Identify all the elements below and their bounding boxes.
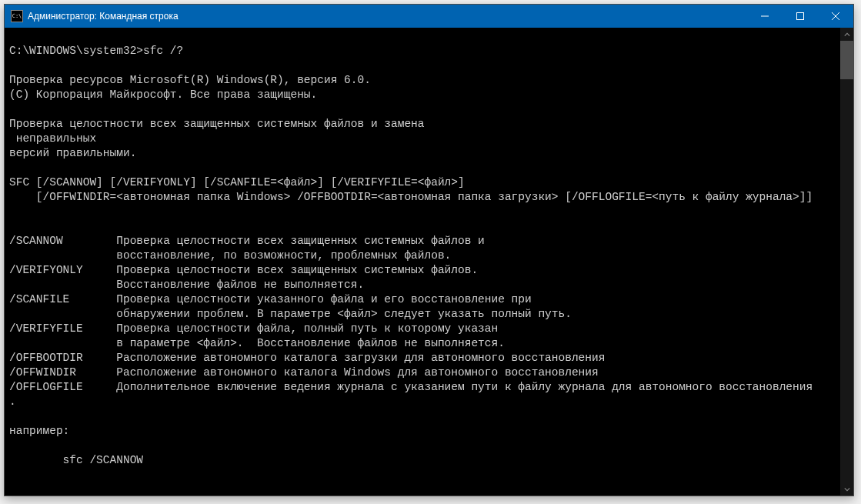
close-icon: [832, 12, 839, 20]
scroll-up-button[interactable]: [840, 28, 853, 41]
maximize-button[interactable]: [783, 5, 818, 28]
close-button[interactable]: [818, 5, 853, 28]
window-controls: [747, 5, 853, 28]
app-icon: C:\: [11, 10, 23, 22]
content-area: C:\WINDOWS\system32>sfc /? Проверка ресу…: [5, 28, 853, 496]
chevron-up-icon: [844, 32, 850, 38]
scroll-thumb[interactable]: [840, 41, 853, 79]
titlebar[interactable]: C:\ Администратор: Командная строка: [5, 5, 853, 28]
window-title: Администратор: Командная строка: [28, 11, 747, 22]
command-prompt-window: C:\ Администратор: Командная строка C:\W…: [4, 4, 854, 496]
svg-rect-1: [797, 13, 804, 20]
chevron-down-icon: [844, 486, 850, 492]
terminal-output[interactable]: C:\WINDOWS\system32>sfc /? Проверка ресу…: [5, 28, 840, 496]
scroll-track[interactable]: [840, 41, 853, 482]
minimize-button[interactable]: [747, 5, 783, 28]
scrollbar[interactable]: [840, 28, 853, 496]
minimize-icon: [761, 12, 769, 20]
scroll-down-button[interactable]: [840, 482, 853, 496]
maximize-icon: [796, 12, 804, 20]
